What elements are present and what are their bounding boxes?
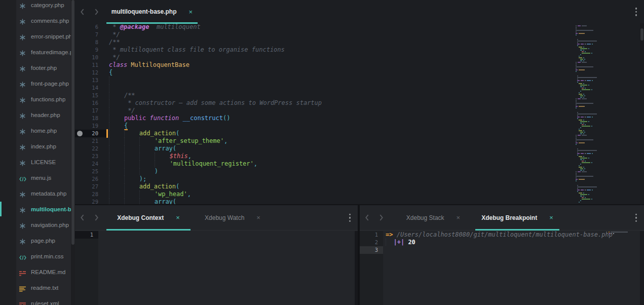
- editor-scrollbar-thumb[interactable]: [640, 28, 643, 41]
- breakpoint-icon[interactable]: [77, 131, 83, 136]
- line-number[interactable]: 24: [75, 160, 106, 168]
- code-line[interactable]: 2 |+| 20: [360, 239, 644, 246]
- sidebar-item-featuredimage-php[interactable]: featuredimage.php: [0, 44, 71, 60]
- tab-xdebug-context[interactable]: Xdebug Context×: [106, 205, 191, 230]
- code-line[interactable]: 20 add_action(: [75, 130, 640, 137]
- back-button[interactable]: [79, 8, 86, 15]
- sidebar-item-category-php[interactable]: category.php: [0, 0, 71, 13]
- sidebar-scrollbar-thumb[interactable]: [71, 0, 74, 245]
- sidebar-scrollbar[interactable]: [71, 0, 75, 305]
- code-line[interactable]: 9 * multiloquent class file to organise …: [75, 46, 640, 54]
- sidebar-item-navigation-php[interactable]: navigation.php: [0, 217, 71, 233]
- code-line[interactable]: 3: [360, 246, 644, 254]
- sidebar-item-license[interactable]: LICENSE: [0, 154, 71, 170]
- code-line[interactable]: 16 * constructor – add some actions to W…: [75, 99, 640, 107]
- code-line[interactable]: 12{: [75, 69, 640, 77]
- sidebar-item-error-snippet-php[interactable]: error-snippet.php: [0, 28, 71, 44]
- code-line[interactable]: 10 */: [75, 54, 640, 61]
- line-number[interactable]: 22: [75, 145, 106, 152]
- line-number[interactable]: 7: [75, 31, 106, 39]
- code-line[interactable]: 17 */: [75, 107, 640, 115]
- line-number[interactable]: 18: [75, 115, 106, 122]
- tab-xdebug-watch[interactable]: Xdebug Watch×: [191, 205, 275, 230]
- sidebar-item-print-min-css[interactable]: print.min.css: [0, 248, 71, 264]
- sidebar-item-comments-php[interactable]: comments.php: [0, 13, 71, 28]
- line-number[interactable]: 12: [75, 69, 106, 77]
- context-content[interactable]: 1: [75, 231, 358, 305]
- code-line[interactable]: 1=> /Users/localhost8080/git/multiloquen…: [360, 231, 644, 239]
- code-line[interactable]: 22 array(: [75, 145, 640, 152]
- back-button[interactable]: [363, 214, 370, 221]
- code-line[interactable]: 19 {: [75, 122, 640, 130]
- minimap[interactable]: [609, 232, 639, 305]
- code-line[interactable]: 1: [75, 231, 358, 239]
- panel-scrollbar[interactable]: [640, 231, 644, 305]
- line-number[interactable]: 1: [75, 231, 98, 239]
- code-area[interactable]: 6 * @package multiloquent7 */8/**9 * mul…: [75, 23, 640, 204]
- code-line[interactable]: 13: [75, 77, 640, 84]
- tab-xdebug-breakpoint[interactable]: Xdebug Breakpoint×: [475, 205, 559, 230]
- code-line[interactable]: 25 ): [75, 168, 640, 175]
- close-icon[interactable]: ×: [176, 214, 180, 221]
- line-number[interactable]: 21: [75, 137, 106, 145]
- code-line[interactable]: 18 public function __construct(): [75, 115, 640, 122]
- code-line[interactable]: 29 array(: [75, 198, 640, 204]
- tab-xdebug-stack[interactable]: Xdebug Stack×: [391, 205, 475, 230]
- sidebar-item-metadata-php[interactable]: metadata.php: [0, 185, 71, 201]
- sidebar-item-functions-php[interactable]: functions.php: [0, 91, 71, 107]
- breakpoint-content[interactable]: 1=> /Users/localhost8080/git/multiloquen…: [360, 231, 644, 305]
- code-line[interactable]: 14: [75, 84, 640, 92]
- sidebar-item-page-php[interactable]: page.php: [0, 233, 71, 248]
- sidebar-item-home-php[interactable]: home.php: [0, 123, 71, 138]
- line-number[interactable]: 8: [75, 39, 106, 46]
- line-number[interactable]: 28: [75, 190, 106, 198]
- code-line[interactable]: 23 $this,: [75, 152, 640, 160]
- line-number[interactable]: 3: [360, 246, 383, 254]
- sidebar-item-ruleset-xml[interactable]: ruleset.xml: [0, 295, 71, 305]
- back-button[interactable]: [79, 214, 86, 221]
- code-line[interactable]: 6 * @package multiloquent: [75, 23, 640, 31]
- line-number[interactable]: 10: [75, 54, 106, 61]
- line-number[interactable]: 14: [75, 84, 106, 92]
- code-line[interactable]: 21 'after_setup_theme',: [75, 137, 640, 145]
- close-icon[interactable]: ×: [457, 214, 461, 221]
- line-number[interactable]: 29: [75, 198, 106, 204]
- line-number[interactable]: 13: [75, 77, 106, 84]
- line-number[interactable]: 1: [360, 231, 383, 239]
- code-line[interactable]: 28 'wp_head',: [75, 190, 640, 198]
- forward-button[interactable]: [93, 8, 100, 15]
- sidebar-item-readme-txt[interactable]: readme.txt: [0, 280, 71, 295]
- code-line[interactable]: 26 );: [75, 175, 640, 183]
- line-number[interactable]: 15: [75, 92, 106, 99]
- line-number[interactable]: 2: [360, 239, 383, 246]
- more-options-button[interactable]: [349, 213, 351, 222]
- sidebar-item-readme-md[interactable]: README.md: [0, 264, 71, 280]
- sidebar-item-front-page-php[interactable]: front-page.php: [0, 75, 71, 91]
- code-line[interactable]: 15 /**: [75, 92, 640, 99]
- panel-scrollbar[interactable]: [355, 231, 358, 305]
- line-number[interactable]: 11: [75, 61, 106, 69]
- more-options-button[interactable]: [635, 213, 637, 222]
- sidebar-item-menu-js[interactable]: menu.js: [0, 170, 71, 185]
- close-icon[interactable]: ×: [549, 214, 553, 221]
- code-line[interactable]: 8/**: [75, 39, 640, 46]
- forward-button[interactable]: [377, 214, 385, 221]
- line-number[interactable]: 19: [75, 122, 106, 130]
- line-number[interactable]: 27: [75, 183, 106, 190]
- line-number[interactable]: 9: [75, 46, 106, 54]
- minimap[interactable]: [576, 25, 625, 203]
- code-line[interactable]: 7 */: [75, 31, 640, 39]
- forward-button[interactable]: [93, 214, 100, 221]
- sidebar-item-index-php[interactable]: index.php: [0, 138, 71, 154]
- sidebar-item-header-php[interactable]: header.php: [0, 107, 71, 123]
- code-line[interactable]: 24 'multiloquent_register',: [75, 160, 640, 168]
- line-number[interactable]: 6: [75, 23, 106, 31]
- line-number[interactable]: 20: [75, 130, 106, 137]
- sidebar-item-footer-php[interactable]: footer.php: [0, 60, 71, 75]
- close-icon[interactable]: ×: [256, 214, 260, 221]
- more-options-button[interactable]: [635, 8, 637, 16]
- editor-scrollbar[interactable]: [640, 23, 644, 204]
- line-number[interactable]: 16: [75, 99, 106, 107]
- line-number[interactable]: 25: [75, 168, 106, 175]
- close-icon[interactable]: ×: [189, 8, 193, 16]
